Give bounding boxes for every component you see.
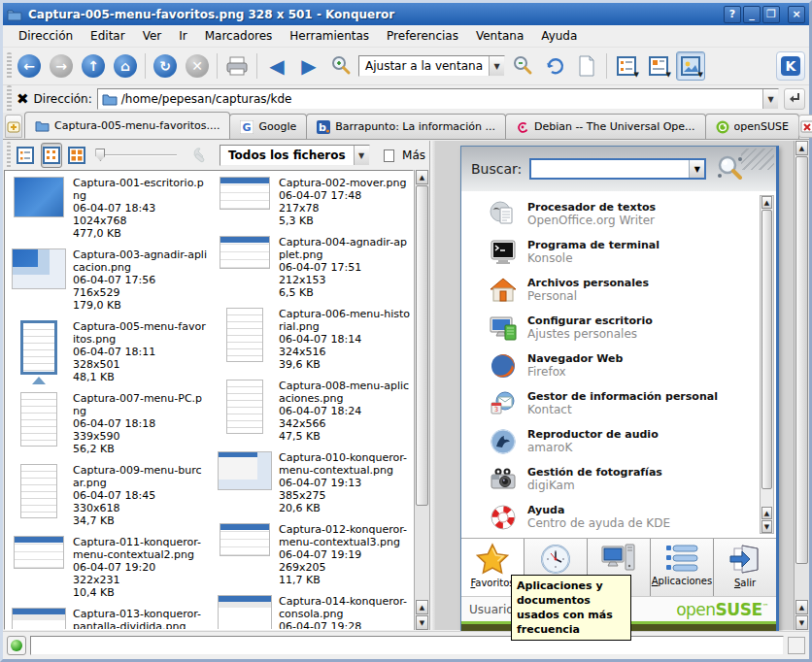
kmenu-app-item[interactable]: Gestión de fotografíasdigiKam — [489, 460, 776, 498]
previous-image-button[interactable]: ◀ — [262, 51, 291, 81]
kmenu-tab-salir[interactable]: Salir — [714, 539, 776, 596]
scroll-down-icon[interactable]: ▼ — [416, 615, 428, 630]
browser-tab[interactable]: GGoogle — [229, 114, 307, 139]
document-icon[interactable] — [572, 51, 601, 81]
preview-scrollbar[interactable]: ▲ ▲ ▼ — [794, 141, 809, 630]
kmenu-app-item[interactable]: 3Gestor de información personalKontact — [489, 384, 776, 422]
print-button[interactable] — [222, 51, 252, 81]
clear-location-icon[interactable]: ✖ — [17, 90, 29, 108]
chevron-down-icon[interactable]: ▼ — [689, 160, 704, 178]
zoom-fit-combobox[interactable]: Ajustar a la ventana ▼ — [358, 55, 505, 77]
browser-tab[interactable]: Debian -- The Universal Ope... — [505, 114, 706, 139]
close-tab-button[interactable] — [798, 115, 812, 138]
help-button[interactable]: ? — [724, 6, 741, 23]
filter-combobox[interactable]: Todos los ficheros ▼ — [220, 145, 370, 166]
file-item[interactable]: Captura-002-mover.png06-04-07 17:48217x7… — [217, 177, 413, 227]
file-item[interactable]: Captura-005-menu-favoritos.png06-04-07 1… — [11, 320, 207, 383]
resize-grip[interactable] — [788, 637, 805, 654]
app-title: Archivos personales — [527, 277, 649, 289]
file-item[interactable]: Captura-010-konqueror-menu-contextual.pn… — [217, 451, 413, 514]
rotate-icon[interactable] — [540, 51, 569, 81]
scroll-up-icon[interactable]: ▲ — [761, 196, 772, 209]
home-button[interactable]: ⌂ — [111, 51, 140, 81]
menu-ver[interactable]: Ver — [135, 26, 170, 46]
zoom-in-icon[interactable] — [326, 51, 355, 81]
scroll-down-icon[interactable]: ▼ — [795, 615, 808, 630]
file-item[interactable]: Captura-008-menu-aplicaciones.png06-04-0… — [217, 380, 413, 443]
medium-icons-button[interactable] — [41, 143, 62, 168]
multicolumn-view-button[interactable]: ▼ — [644, 51, 673, 81]
file-item[interactable]: Captura-003-agnadir-aplicacion.png06-04-… — [11, 248, 207, 312]
file-name: Captura-005-menu-favoritos.png — [73, 320, 207, 346]
location-combobox[interactable]: /home/pepesan/capturas/kde ▼ — [97, 88, 779, 110]
icon-view-button[interactable]: ▼ — [612, 51, 641, 81]
back-button[interactable]: ← — [15, 51, 44, 81]
file-item[interactable]: Captura-014-konqueror-consola.png06-04-0… — [217, 595, 413, 630]
filelist-scrollbar[interactable]: ▲ ▲ ▼ — [414, 170, 429, 630]
next-image-button[interactable]: ▶ — [294, 51, 323, 81]
kmenu-app-item[interactable]: Reproductor de audioamaroK — [489, 422, 776, 460]
kmenu-app-item[interactable]: Programa de terminalKonsole — [489, 233, 776, 271]
menu-herramientas[interactable]: Herramientas — [282, 26, 377, 46]
file-item[interactable]: Captura-007-menu-PC.png06-04-07 18:18339… — [11, 392, 207, 455]
menu-ir[interactable]: Ir — [171, 26, 194, 46]
wrench-icon[interactable] — [186, 145, 208, 166]
forward-button[interactable]: → — [47, 51, 76, 81]
new-tab-button[interactable] — [5, 115, 22, 138]
scroll-up-icon[interactable]: ▲ — [416, 600, 428, 614]
menu-editar[interactable]: Editar — [83, 26, 133, 46]
small-icons-button[interactable] — [15, 143, 36, 168]
file-item[interactable]: Captura-009-menu-burcar.png06-04-07 18:4… — [11, 464, 207, 527]
chevron-down-icon[interactable]: ▼ — [489, 56, 504, 76]
chevron-down-icon[interactable]: ▼ — [762, 89, 778, 109]
titlebar[interactable]: Captura-005-menu-favoritos.png 328 x 501… — [3, 3, 809, 25]
go-button[interactable] — [784, 88, 805, 110]
stop-button[interactable]: ✕ — [183, 51, 212, 81]
browser-tab[interactable]: openSUSE — [705, 114, 799, 139]
scroll-up-icon[interactable]: ▲ — [761, 507, 772, 519]
icon-size-slider[interactable] — [91, 146, 183, 165]
maximize-button[interactable]: ❐ — [762, 6, 780, 23]
zoom-out-icon[interactable] — [508, 51, 537, 81]
scroll-down-icon[interactable]: ▼ — [761, 520, 772, 533]
up-button[interactable]: ↑ — [79, 51, 108, 81]
menu-direccion[interactable]: Dirección — [11, 26, 81, 46]
file-item[interactable]: Captura-004-agnadir-applet.png06-04-07 1… — [217, 236, 413, 299]
toolbar-grip[interactable] — [7, 142, 11, 169]
minimize-button[interactable]: _ — [743, 6, 761, 23]
menu-marcadores[interactable]: Marcadores — [197, 26, 281, 46]
browser-tab[interactable]: Captura-005-menu-favoritos.... — [24, 112, 230, 139]
file-item[interactable]: Captura-001-escritorio.png06-04-07 18:43… — [11, 177, 207, 240]
menu-ventana[interactable]: Ventana — [468, 26, 531, 46]
kmenu-app-item[interactable]: Procesador de textosOpenOffice.org Write… — [489, 195, 776, 233]
browser-tab[interactable]: bBarrapunto: La información ... — [306, 114, 506, 139]
reload-button[interactable]: ↻ — [151, 51, 180, 81]
large-icons-button[interactable] — [66, 143, 87, 168]
kmenu-app-item[interactable]: Archivos personalesPersonal — [489, 271, 776, 309]
image-view-button[interactable]: ▼ — [676, 51, 705, 81]
kmenu-app-item[interactable]: AyudaCentro de ayuda de KDE — [489, 498, 776, 536]
close-button[interactable]: × — [788, 6, 805, 23]
scroll-up-icon[interactable]: ▲ — [416, 170, 428, 184]
location-path[interactable]: /home/pepesan/capturas/kde — [121, 92, 759, 106]
kmenu-app-item[interactable]: Navegador WebFirefox — [489, 347, 776, 384]
scroll-up-icon[interactable]: ▲ — [795, 141, 808, 155]
file-item[interactable]: Captura-012-konqueror-menu-contextual3.p… — [217, 523, 413, 586]
file-item[interactable]: Captura-013-konqueror-pantalla-dividida.… — [11, 608, 207, 630]
search-input[interactable] — [531, 160, 689, 178]
toolbar-grip[interactable] — [7, 52, 12, 80]
more-checkbox[interactable] — [384, 149, 394, 162]
desktop-windows-thumb-icon — [12, 248, 66, 289]
chevron-down-icon[interactable]: ▼ — [354, 146, 369, 165]
menu-ayuda[interactable]: Ayuda — [533, 26, 585, 46]
scroll-up-icon[interactable]: ▲ — [795, 600, 808, 614]
slider-handle[interactable] — [95, 149, 105, 161]
toolbar-grip[interactable] — [7, 85, 12, 113]
applist-scrollbar[interactable]: ▲ ▲ ▼ — [760, 195, 774, 534]
menu-preferencias[interactable]: Preferencias — [379, 26, 466, 46]
file-item[interactable]: Captura-011-konqueror-menu-contextual2.p… — [11, 536, 207, 599]
file-item[interactable]: Captura-006-menu-historial.png06-04-07 1… — [217, 308, 413, 371]
search-combobox[interactable]: ▼ — [529, 158, 706, 180]
kmenu-tab-aplicaciones[interactable]: Aplicaciones — [651, 539, 714, 596]
kmenu-app-item[interactable]: Configurar escritorioAjustes personales — [489, 309, 776, 347]
